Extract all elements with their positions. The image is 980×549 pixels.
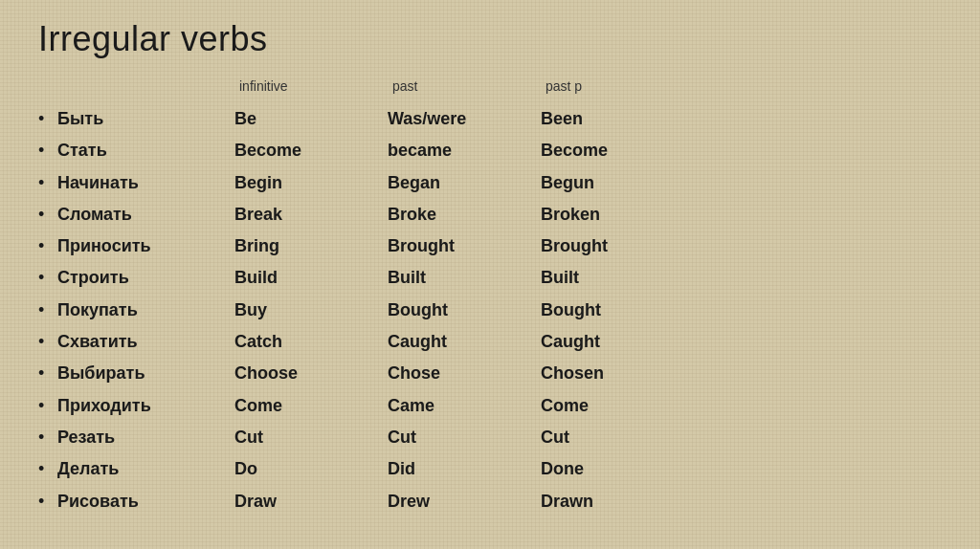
past-p-word: Done bbox=[541, 453, 694, 485]
past-p-word: Caught bbox=[541, 326, 694, 358]
past-word: Did bbox=[388, 453, 541, 485]
russian-word: Быть bbox=[57, 103, 234, 135]
past-word: Chose bbox=[388, 358, 541, 389]
infinitive-word: Draw bbox=[234, 486, 388, 517]
table-row: • Схватить Catch Caught Caught bbox=[38, 326, 951, 358]
russian-word: Рисовать bbox=[57, 486, 234, 517]
russian-word: Стать bbox=[57, 135, 234, 166]
infinitive-word: Become bbox=[234, 135, 388, 166]
header-past-p: past p bbox=[546, 78, 699, 94]
table-row: • Сломать Break Broke Broken bbox=[38, 199, 951, 231]
russian-word: Выбирать bbox=[57, 358, 234, 389]
past-word: Drew bbox=[388, 486, 541, 517]
verb-rows: • Быть Be Was/were Been • Стать Become b… bbox=[38, 103, 951, 517]
past-p-word: Begun bbox=[541, 167, 694, 199]
table-row: • Быть Be Was/were Been bbox=[38, 103, 951, 135]
table-row: • Начинать Begin Began Begun bbox=[38, 167, 951, 199]
bullet-icon: • bbox=[38, 422, 57, 453]
past-p-word: Cut bbox=[541, 422, 694, 453]
bullet-icon: • bbox=[38, 103, 57, 135]
header-past: past bbox=[392, 78, 546, 94]
past-word: Built bbox=[388, 262, 541, 294]
table-row: • Выбирать Choose Chose Chosen bbox=[38, 358, 951, 389]
table-row: • Покупать Buy Bought Bought bbox=[38, 295, 951, 326]
infinitive-word: Build bbox=[234, 262, 388, 294]
past-word: Bought bbox=[388, 295, 541, 326]
past-word: Broke bbox=[388, 199, 541, 231]
table-row: • Стать Become became Become bbox=[38, 135, 951, 166]
infinitive-word: Be bbox=[234, 103, 388, 135]
bullet-icon: • bbox=[38, 135, 57, 166]
past-p-word: Brought bbox=[541, 231, 694, 262]
russian-word: Строить bbox=[57, 262, 234, 294]
table-row: • Строить Build Built Built bbox=[38, 262, 951, 294]
page-title: Irregular verbs bbox=[38, 19, 951, 59]
infinitive-word: Cut bbox=[234, 422, 388, 453]
table-header: infinitive past past p bbox=[239, 78, 951, 94]
russian-word: Приходить bbox=[57, 390, 234, 422]
past-word: Came bbox=[388, 390, 541, 422]
infinitive-word: Do bbox=[234, 453, 388, 485]
table-row: • Приходить Come Came Come bbox=[38, 390, 951, 422]
bullet-icon: • bbox=[38, 453, 57, 485]
past-word: became bbox=[388, 135, 541, 166]
past-p-word: Drawn bbox=[541, 486, 694, 517]
infinitive-word: Begin bbox=[234, 167, 388, 199]
infinitive-word: Choose bbox=[234, 358, 388, 389]
bullet-icon: • bbox=[38, 390, 57, 422]
table-row: • Приносить Bring Brought Brought bbox=[38, 231, 951, 262]
table-row: • Делать Do Did Done bbox=[38, 453, 951, 485]
verb-table: infinitive past past p • Быть Be Was/wer… bbox=[38, 78, 951, 517]
bullet-icon: • bbox=[38, 199, 57, 231]
bullet-icon: • bbox=[38, 486, 57, 517]
past-p-word: Broken bbox=[541, 199, 694, 231]
bullet-icon: • bbox=[38, 326, 57, 358]
past-word: Caught bbox=[388, 326, 541, 358]
bullet-icon: • bbox=[38, 358, 57, 389]
infinitive-word: Break bbox=[234, 199, 388, 231]
bullet-icon: • bbox=[38, 231, 57, 262]
russian-word: Резать bbox=[57, 422, 234, 453]
past-word: Began bbox=[388, 167, 541, 199]
past-word: Brought bbox=[388, 231, 541, 262]
past-p-word: Built bbox=[541, 262, 694, 294]
infinitive-word: Come bbox=[234, 390, 388, 422]
russian-word: Приносить bbox=[57, 231, 234, 262]
russian-word: Начинать bbox=[57, 167, 234, 199]
infinitive-word: Buy bbox=[234, 295, 388, 326]
russian-word: Делать bbox=[57, 453, 234, 485]
bullet-icon: • bbox=[38, 167, 57, 199]
page: Irregular verbs infinitive past past p •… bbox=[0, 0, 980, 549]
bullet-icon: • bbox=[38, 295, 57, 326]
past-p-word: Chosen bbox=[541, 358, 694, 389]
russian-word: Схватить bbox=[57, 326, 234, 358]
past-p-word: Bought bbox=[541, 295, 694, 326]
header-infinitive: infinitive bbox=[239, 78, 392, 94]
past-word: Was/were bbox=[388, 103, 541, 135]
infinitive-word: Catch bbox=[234, 326, 388, 358]
past-p-word: Been bbox=[541, 103, 694, 135]
bullet-icon: • bbox=[38, 262, 57, 294]
infinitive-word: Bring bbox=[234, 231, 388, 262]
russian-word: Сломать bbox=[57, 199, 234, 231]
table-row: • Рисовать Draw Drew Drawn bbox=[38, 486, 951, 517]
past-word: Cut bbox=[388, 422, 541, 453]
past-p-word: Come bbox=[541, 390, 694, 422]
table-row: • Резать Cut Cut Cut bbox=[38, 422, 951, 453]
russian-word: Покупать bbox=[57, 295, 234, 326]
past-p-word: Become bbox=[541, 135, 694, 166]
